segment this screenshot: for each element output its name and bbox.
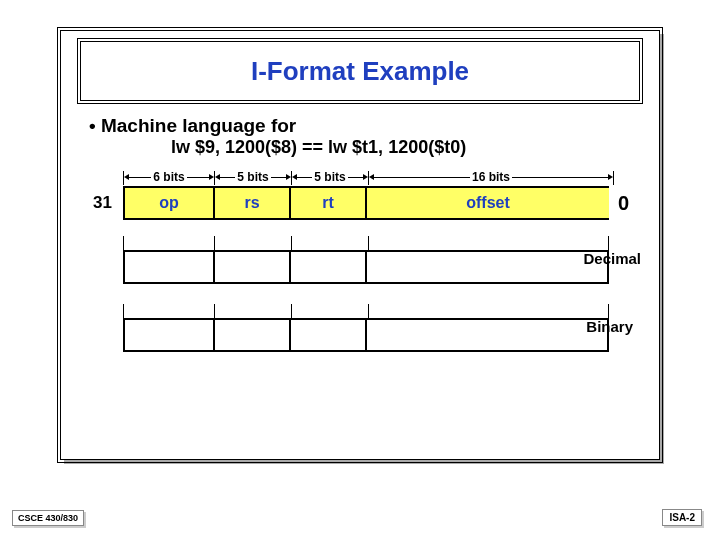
binary-row xyxy=(123,318,609,352)
field-rt: rt xyxy=(289,186,365,220)
slide-body: • Machine language for lw $9, 1200($8) =… xyxy=(79,115,641,352)
field-offset: offset xyxy=(365,186,609,220)
decimal-rt xyxy=(289,250,365,284)
title-box: I-Format Example xyxy=(80,41,640,101)
page-title: I-Format Example xyxy=(251,56,469,87)
bits-16: 16 bits xyxy=(369,170,613,184)
lsb-label: 0 xyxy=(618,186,629,220)
bullet-line: • Machine language for xyxy=(79,115,641,137)
bits-5a: 5 bits xyxy=(215,170,291,184)
decimal-offset xyxy=(365,250,609,284)
bits-6: 6 bits xyxy=(124,170,214,184)
ticks-decimal xyxy=(123,236,609,250)
msb-label: 31 xyxy=(93,186,112,220)
decimal-row xyxy=(123,250,609,284)
bits-5a-label: 5 bits xyxy=(235,170,270,184)
ticks-binary xyxy=(123,304,609,318)
footer-left: CSCE 430/830 xyxy=(12,510,84,526)
footer-right: ISA-2 xyxy=(662,509,702,526)
bits-5b-label: 5 bits xyxy=(312,170,347,184)
slide-frame: I-Format Example • Machine language for … xyxy=(60,30,660,460)
binary-op xyxy=(123,318,213,352)
binary-offset xyxy=(365,318,609,352)
binary-rt xyxy=(289,318,365,352)
field-rs: rs xyxy=(213,186,289,220)
decimal-op xyxy=(123,250,213,284)
fields-row: 31 op rs rt offset 0 xyxy=(123,186,609,220)
binary-label: Binary xyxy=(586,318,633,335)
bits-6-label: 6 bits xyxy=(151,170,186,184)
decimal-label: Decimal xyxy=(583,250,641,267)
code-line: lw $9, 1200($8) == lw $t1, 1200($t0) xyxy=(79,137,641,158)
bit-widths-row: 6 bits 5 bits 5 bits 16 xyxy=(123,168,639,186)
diagram-area: 6 bits 5 bits 5 bits 16 xyxy=(79,168,639,352)
field-op: op xyxy=(123,186,213,220)
binary-rs xyxy=(213,318,289,352)
bits-5b: 5 bits xyxy=(292,170,368,184)
bits-16-label: 16 bits xyxy=(470,170,512,184)
decimal-rs xyxy=(213,250,289,284)
